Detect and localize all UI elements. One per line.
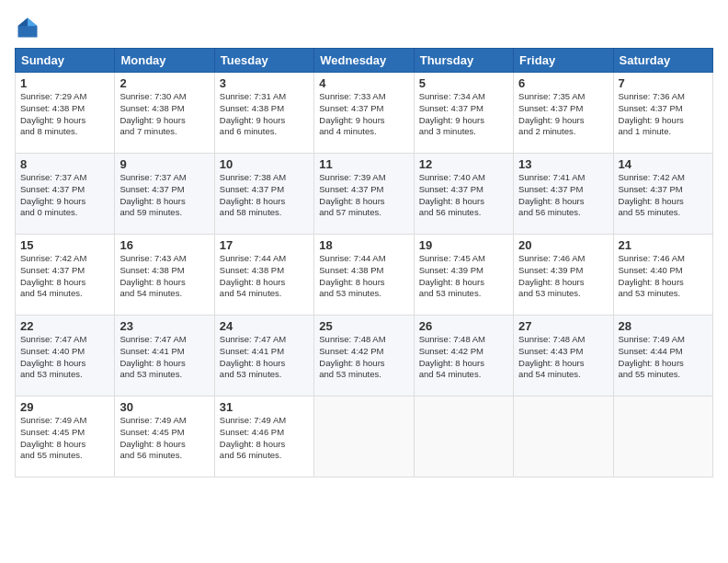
weekday-header-wednesday: Wednesday	[314, 49, 414, 73]
calendar-cell: 13Sunrise: 7:41 AMSunset: 4:37 PMDayligh…	[514, 154, 613, 235]
day-info: Sunrise: 7:47 AMSunset: 4:41 PMDaylight:…	[119, 334, 209, 381]
calendar-cell: 3Sunrise: 7:31 AMSunset: 4:38 PMDaylight…	[214, 73, 313, 154]
day-info: Sunrise: 7:34 AMSunset: 4:37 PMDaylight:…	[419, 91, 508, 138]
calendar-cell: 12Sunrise: 7:40 AMSunset: 4:37 PMDayligh…	[414, 154, 513, 235]
day-info: Sunrise: 7:48 AMSunset: 4:42 PMDaylight:…	[319, 334, 408, 381]
weekday-header-tuesday: Tuesday	[214, 49, 313, 73]
week-row-2: 8Sunrise: 7:37 AMSunset: 4:37 PMDaylight…	[16, 154, 713, 235]
day-number: 24	[220, 319, 309, 333]
header	[15, 15, 713, 40]
calendar-cell: 10Sunrise: 7:38 AMSunset: 4:37 PMDayligh…	[214, 154, 313, 235]
day-info: Sunrise: 7:43 AMSunset: 4:38 PMDaylight:…	[119, 253, 209, 300]
day-number: 11	[319, 157, 408, 171]
weekday-header-row: SundayMondayTuesdayWednesdayThursdayFrid…	[16, 49, 713, 73]
day-number: 29	[20, 400, 109, 414]
calendar-cell: 11Sunrise: 7:39 AMSunset: 4:37 PMDayligh…	[314, 154, 414, 235]
day-number: 4	[319, 76, 408, 90]
day-info: Sunrise: 7:45 AMSunset: 4:39 PMDaylight:…	[419, 253, 508, 300]
calendar-cell: 5Sunrise: 7:34 AMSunset: 4:37 PMDaylight…	[414, 73, 513, 154]
day-info: Sunrise: 7:44 AMSunset: 4:38 PMDaylight:…	[220, 253, 309, 300]
day-number: 1	[20, 76, 109, 90]
day-info: Sunrise: 7:31 AMSunset: 4:38 PMDaylight:…	[220, 91, 309, 138]
day-number: 19	[419, 238, 508, 252]
calendar-table: SundayMondayTuesdayWednesdayThursdayFrid…	[15, 48, 713, 477]
day-number: 12	[419, 157, 508, 171]
day-info: Sunrise: 7:40 AMSunset: 4:37 PMDaylight:…	[419, 172, 508, 219]
calendar-cell	[414, 396, 513, 477]
calendar-cell: 26Sunrise: 7:48 AMSunset: 4:42 PMDayligh…	[414, 316, 513, 396]
calendar-cell: 23Sunrise: 7:47 AMSunset: 4:41 PMDayligh…	[115, 316, 214, 396]
day-info: Sunrise: 7:46 AMSunset: 4:40 PMDaylight:…	[619, 253, 708, 300]
day-info: Sunrise: 7:42 AMSunset: 4:37 PMDaylight:…	[20, 253, 109, 300]
day-info: Sunrise: 7:39 AMSunset: 4:37 PMDaylight:…	[319, 172, 408, 219]
logo-icon	[15, 15, 40, 40]
page: SundayMondayTuesdayWednesdayThursdayFrid…	[0, 0, 728, 563]
day-info: Sunrise: 7:49 AMSunset: 4:45 PMDaylight:…	[20, 415, 109, 462]
day-number: 16	[119, 238, 209, 252]
day-info: Sunrise: 7:30 AMSunset: 4:38 PMDaylight:…	[119, 91, 209, 138]
calendar-cell: 8Sunrise: 7:37 AMSunset: 4:37 PMDaylight…	[16, 154, 115, 235]
calendar-cell: 6Sunrise: 7:35 AMSunset: 4:37 PMDaylight…	[514, 73, 613, 154]
day-number: 9	[119, 157, 209, 171]
day-info: Sunrise: 7:37 AMSunset: 4:37 PMDaylight:…	[20, 172, 109, 219]
week-row-3: 15Sunrise: 7:42 AMSunset: 4:37 PMDayligh…	[16, 235, 713, 316]
week-row-5: 29Sunrise: 7:49 AMSunset: 4:45 PMDayligh…	[16, 396, 713, 477]
calendar-cell: 1Sunrise: 7:29 AMSunset: 4:38 PMDaylight…	[16, 73, 115, 154]
calendar-cell	[613, 396, 712, 477]
weekday-header-friday: Friday	[514, 49, 613, 73]
day-info: Sunrise: 7:49 AMSunset: 4:44 PMDaylight:…	[619, 334, 708, 381]
calendar-cell: 30Sunrise: 7:49 AMSunset: 4:45 PMDayligh…	[115, 396, 214, 477]
calendar-cell: 4Sunrise: 7:33 AMSunset: 4:37 PMDaylight…	[314, 73, 414, 154]
day-info: Sunrise: 7:47 AMSunset: 4:40 PMDaylight:…	[20, 334, 109, 381]
day-number: 25	[319, 319, 408, 333]
day-info: Sunrise: 7:29 AMSunset: 4:38 PMDaylight:…	[20, 91, 109, 138]
calendar-cell: 9Sunrise: 7:37 AMSunset: 4:37 PMDaylight…	[115, 154, 214, 235]
calendar-cell: 19Sunrise: 7:45 AMSunset: 4:39 PMDayligh…	[414, 235, 513, 316]
day-number: 20	[518, 238, 608, 252]
day-number: 2	[119, 76, 209, 90]
calendar-cell: 20Sunrise: 7:46 AMSunset: 4:39 PMDayligh…	[514, 235, 613, 316]
day-number: 31	[220, 400, 309, 414]
day-number: 6	[518, 76, 608, 90]
day-number: 23	[119, 319, 209, 333]
day-number: 13	[518, 157, 608, 171]
day-info: Sunrise: 7:46 AMSunset: 4:39 PMDaylight:…	[518, 253, 608, 300]
day-number: 17	[220, 238, 309, 252]
day-info: Sunrise: 7:37 AMSunset: 4:37 PMDaylight:…	[119, 172, 209, 219]
calendar-cell: 17Sunrise: 7:44 AMSunset: 4:38 PMDayligh…	[214, 235, 313, 316]
calendar-cell	[314, 396, 414, 477]
calendar-cell: 2Sunrise: 7:30 AMSunset: 4:38 PMDaylight…	[115, 73, 214, 154]
day-number: 21	[619, 238, 708, 252]
calendar-cell: 27Sunrise: 7:48 AMSunset: 4:43 PMDayligh…	[514, 316, 613, 396]
calendar-cell: 18Sunrise: 7:44 AMSunset: 4:38 PMDayligh…	[314, 235, 414, 316]
weekday-header-thursday: Thursday	[414, 49, 513, 73]
day-info: Sunrise: 7:49 AMSunset: 4:45 PMDaylight:…	[119, 415, 209, 462]
calendar-cell: 7Sunrise: 7:36 AMSunset: 4:37 PMDaylight…	[613, 73, 712, 154]
calendar-cell: 31Sunrise: 7:49 AMSunset: 4:46 PMDayligh…	[214, 396, 313, 477]
day-info: Sunrise: 7:36 AMSunset: 4:37 PMDaylight:…	[619, 91, 708, 138]
day-number: 15	[20, 238, 109, 252]
day-number: 22	[20, 319, 109, 333]
svg-marker-1	[28, 18, 38, 27]
day-info: Sunrise: 7:33 AMSunset: 4:37 PMDaylight:…	[319, 91, 408, 138]
calendar-cell: 22Sunrise: 7:47 AMSunset: 4:40 PMDayligh…	[16, 316, 115, 396]
weekday-header-sunday: Sunday	[16, 49, 115, 73]
day-number: 18	[319, 238, 408, 252]
day-info: Sunrise: 7:48 AMSunset: 4:43 PMDaylight:…	[518, 334, 608, 381]
calendar-cell: 24Sunrise: 7:47 AMSunset: 4:41 PMDayligh…	[214, 316, 313, 396]
day-number: 30	[119, 400, 209, 414]
calendar-cell: 14Sunrise: 7:42 AMSunset: 4:37 PMDayligh…	[613, 154, 712, 235]
calendar-cell: 25Sunrise: 7:48 AMSunset: 4:42 PMDayligh…	[314, 316, 414, 396]
day-number: 3	[220, 76, 309, 90]
logo	[15, 15, 44, 40]
calendar-cell: 28Sunrise: 7:49 AMSunset: 4:44 PMDayligh…	[613, 316, 712, 396]
day-info: Sunrise: 7:44 AMSunset: 4:38 PMDaylight:…	[319, 253, 408, 300]
day-number: 5	[419, 76, 508, 90]
day-number: 28	[619, 319, 708, 333]
day-info: Sunrise: 7:38 AMSunset: 4:37 PMDaylight:…	[220, 172, 309, 219]
calendar-cell: 29Sunrise: 7:49 AMSunset: 4:45 PMDayligh…	[16, 396, 115, 477]
calendar-cell	[514, 396, 613, 477]
calendar-cell: 21Sunrise: 7:46 AMSunset: 4:40 PMDayligh…	[613, 235, 712, 316]
week-row-1: 1Sunrise: 7:29 AMSunset: 4:38 PMDaylight…	[16, 73, 713, 154]
day-number: 8	[20, 157, 109, 171]
